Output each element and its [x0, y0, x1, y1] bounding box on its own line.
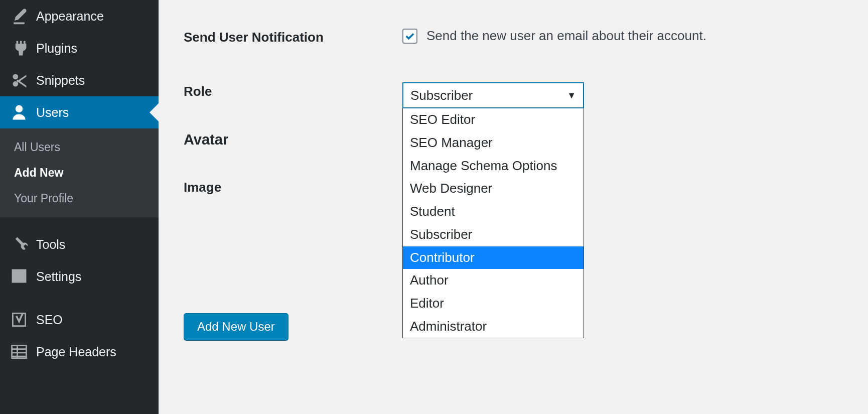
- role-label: Role: [184, 82, 402, 100]
- role-option[interactable]: Student: [403, 200, 584, 223]
- sidebar-item-label: Users: [36, 105, 69, 120]
- notification-label: Send User Notification: [184, 28, 402, 46]
- table-icon: [10, 343, 28, 361]
- sidebar-item-label: SEO: [36, 313, 63, 327]
- sidebar-item-label: Page Headers: [36, 345, 116, 359]
- sidebar-sub-all-users[interactable]: All Users: [0, 134, 159, 160]
- chevron-down-icon: ▼: [567, 90, 576, 101]
- role-option[interactable]: Contributor: [403, 246, 584, 269]
- role-option[interactable]: Editor: [403, 292, 584, 315]
- plug-icon: [10, 39, 28, 57]
- role-option[interactable]: Administrator: [403, 315, 584, 338]
- role-option[interactable]: Author: [403, 269, 584, 292]
- role-row: Role Subscriber ▼ SEO EditorSEO ManagerM…: [184, 82, 848, 108]
- notification-row: Send User Notification Send the new user…: [184, 28, 848, 46]
- role-select[interactable]: Subscriber ▼: [402, 82, 584, 108]
- admin-sidebar: Appearance Plugins Snippets Users All Us…: [0, 0, 159, 414]
- sidebar-sub-your-profile[interactable]: Your Profile: [0, 186, 159, 211]
- role-option[interactable]: SEO Editor: [403, 108, 584, 131]
- role-dropdown: SEO EditorSEO ManagerManage Schema Optio…: [402, 108, 584, 338]
- sidebar-item-label: Plugins: [36, 41, 77, 56]
- sliders-icon: [10, 267, 28, 286]
- sidebar-submenu: All Users Add New Your Profile: [0, 128, 159, 217]
- role-option[interactable]: Subscriber: [403, 223, 584, 246]
- sidebar-item-plugins[interactable]: Plugins: [0, 32, 159, 64]
- yoast-icon: [10, 311, 28, 329]
- notification-checkbox[interactable]: [402, 29, 417, 44]
- wrench-icon: [10, 235, 28, 253]
- sidebar-item-label: Snippets: [36, 73, 85, 88]
- add-new-user-button[interactable]: Add New User: [184, 313, 288, 340]
- brush-icon: [10, 7, 28, 25]
- role-select-value: Subscriber: [410, 88, 473, 103]
- sidebar-item-seo[interactable]: SEO: [0, 304, 159, 336]
- main-content: Send User Notification Send the new user…: [159, 0, 868, 414]
- sidebar-item-page-headers[interactable]: Page Headers: [0, 336, 159, 368]
- sidebar-item-snippets[interactable]: Snippets: [0, 64, 159, 96]
- sidebar-item-tools[interactable]: Tools: [0, 228, 159, 260]
- sidebar-item-label: Settings: [36, 269, 81, 284]
- sidebar-item-label: Appearance: [36, 9, 104, 24]
- image-label: Image: [184, 178, 402, 196]
- notification-checkbox-label: Send the new user an email about their a…: [426, 28, 706, 44]
- check-icon: [404, 30, 416, 42]
- sidebar-item-appearance[interactable]: Appearance: [0, 0, 159, 32]
- scissors-icon: [10, 71, 28, 89]
- role-select-wrapper: Subscriber ▼ SEO EditorSEO ManagerManage…: [402, 82, 584, 108]
- role-option[interactable]: Web Designer: [403, 177, 584, 200]
- role-option[interactable]: Manage Schema Options: [403, 155, 584, 178]
- user-icon: [10, 103, 28, 121]
- sidebar-item-settings[interactable]: Settings: [0, 260, 159, 293]
- role-option[interactable]: SEO Manager: [403, 131, 584, 155]
- sidebar-item-users[interactable]: Users: [0, 96, 159, 128]
- sidebar-item-label: Tools: [36, 237, 65, 252]
- sidebar-sub-add-new[interactable]: Add New: [0, 160, 159, 186]
